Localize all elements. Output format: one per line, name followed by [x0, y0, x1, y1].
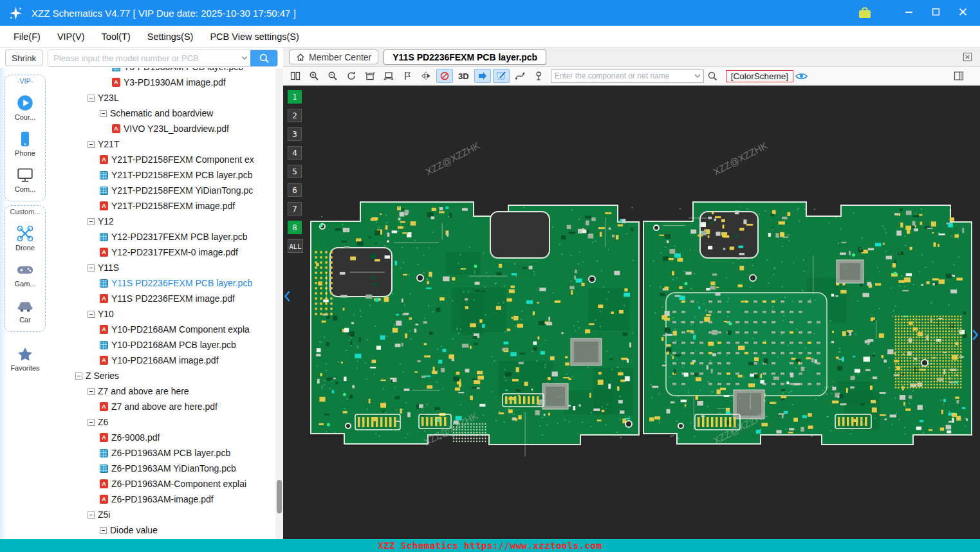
split-view-icon[interactable]: [287, 69, 304, 83]
jump-arrow-icon[interactable]: [474, 69, 491, 83]
net-search-icon[interactable]: [704, 69, 721, 83]
maximize-button[interactable]: [926, 7, 945, 19]
tree-item[interactable]: AZ6-PD1963AM-image.pdf: [50, 492, 283, 507]
close-button[interactable]: [953, 7, 972, 19]
node-icon[interactable]: [100, 110, 107, 117]
rail-item-favorites[interactable]: Favorites: [0, 346, 50, 372]
pcb-board-view[interactable]: XZZ@XZZHKXZZ@XZZHKXZZ@XZZHKXZZ@XZZHK: [283, 86, 980, 539]
layer-button-4[interactable]: 4: [288, 146, 302, 160]
tree-item[interactable]: Y12: [50, 214, 283, 229]
menu-vip-v-[interactable]: VIP(V): [49, 28, 93, 46]
pan-left-icon[interactable]: [284, 290, 291, 305]
tree-item[interactable]: Diode value: [50, 522, 283, 538]
layer-button-1[interactable]: 1: [288, 90, 302, 104]
tree-item[interactable]: AZ7 and above are here.pdf: [50, 399, 283, 414]
tree-scrollbar[interactable]: [275, 68, 283, 539]
export-box-top-icon[interactable]: [362, 69, 378, 83]
node-icon[interactable]: [88, 95, 95, 102]
node-icon[interactable]: [88, 141, 95, 148]
tree-item[interactable]: Y11S: [50, 260, 283, 275]
tree-item[interactable]: AY21T-PD2158FEXM Component ex: [50, 152, 283, 167]
tree-item[interactable]: Y3-PD1930AM PCB layer.pcb: [50, 68, 283, 75]
rail-item-gam[interactable]: Gam...: [6, 261, 44, 288]
tree-item[interactable]: AZ6-9008.pdf: [50, 430, 283, 445]
menu-file-f-[interactable]: File(F): [5, 28, 49, 46]
document-tab[interactable]: Y11S PD2236FEXM PCB layer.pcb: [384, 50, 546, 65]
colorscheme-button[interactable]: [ColorScheme]: [726, 70, 793, 82]
tree-item[interactable]: Y21T-PD2158FEXM YiDianTong.pc: [50, 183, 283, 198]
chevron-down-icon[interactable]: [692, 74, 703, 78]
tree-item[interactable]: Z5i: [50, 507, 283, 522]
zoom-in-icon[interactable]: [306, 69, 322, 83]
net-search-combo[interactable]: [551, 69, 704, 83]
tree-item[interactable]: AY3-PD1930AM image.pdf: [50, 75, 283, 90]
tree-item[interactable]: AY10-PD2168AM image.pdf: [50, 353, 283, 368]
tree-item[interactable]: Y10-PD2168AM PCB layer.pcb: [50, 337, 283, 353]
tree-item[interactable]: AY10-PD2168AM Component expla: [50, 322, 283, 337]
minimize-button[interactable]: [899, 7, 918, 19]
layer-button-2[interactable]: 2: [288, 109, 302, 122]
node-icon[interactable]: [88, 311, 95, 318]
tree-item[interactable]: Y21T: [50, 136, 283, 152]
tree-item[interactable]: Y10: [50, 306, 283, 322]
tree-item[interactable]: AVIVO Y23L_boardview.pdf: [50, 121, 283, 136]
tree-item[interactable]: Z6: [50, 414, 283, 430]
tree-item[interactable]: AY21T-PD2158FEXM image.pdf: [50, 198, 283, 214]
tree-item[interactable]: Y23L: [50, 90, 283, 106]
layer-button-6[interactable]: 6: [288, 183, 302, 197]
area-select-icon[interactable]: [493, 69, 510, 83]
vip-badge-icon[interactable]: [858, 6, 872, 19]
tree-item[interactable]: AZ6-PD1963AM-Component explai: [50, 476, 283, 492]
node-icon[interactable]: [88, 419, 95, 426]
rail-item-drone[interactable]: Drone: [6, 225, 44, 252]
member-center-button[interactable]: Member Center: [289, 50, 378, 64]
layer-button-7[interactable]: 7: [288, 202, 302, 216]
node-icon[interactable]: [100, 527, 107, 534]
tree-item[interactable]: Y12-PD2317FEXM PCB layer.pcb: [50, 229, 283, 244]
rail-item-car[interactable]: Car: [6, 297, 44, 324]
pcb-canvas[interactable]: XZZ@XZZHKXZZ@XZZHKXZZ@XZZHKXZZ@XZZHK 123…: [283, 86, 980, 539]
model-search-input[interactable]: [48, 53, 239, 63]
layer-button-all[interactable]: ALL: [288, 239, 303, 253]
node-icon[interactable]: [75, 373, 82, 380]
net-search-input[interactable]: [551, 71, 692, 80]
probe-icon[interactable]: [530, 69, 547, 83]
shrink-button[interactable]: Shrink: [5, 50, 42, 66]
tree-item[interactable]: Y11S PD2236FEXM PCB layer.pcb: [50, 275, 283, 291]
flip-horizontal-icon[interactable]: [418, 69, 434, 83]
chevron-down-icon[interactable]: [239, 56, 250, 60]
export-box-bottom-icon[interactable]: [380, 69, 397, 83]
tree-item[interactable]: Y21T-PD2158FEXM PCB layer.pcb: [50, 167, 283, 183]
tree-item[interactable]: AY11S PD2236FEXM image.pdf: [50, 291, 283, 306]
rail-item-com[interactable]: Com...: [6, 166, 44, 193]
layer-button-5[interactable]: 5: [288, 165, 302, 178]
node-icon[interactable]: [88, 388, 95, 395]
layer-button-8[interactable]: 8: [288, 221, 302, 234]
visibility-eye-icon[interactable]: [793, 69, 810, 83]
measure-curve-icon[interactable]: [512, 69, 528, 83]
tree-item[interactable]: Z7 and above are here: [50, 383, 283, 399]
rail-item-cour[interactable]: Cour...: [6, 94, 44, 121]
tree-item[interactable]: AY12-PD2317FEXM-0 image.pdf: [50, 244, 283, 260]
model-search-button[interactable]: [250, 50, 277, 67]
close-document-icon[interactable]: [963, 52, 972, 64]
view-3d-button[interactable]: 3D: [455, 69, 472, 83]
disable-part-icon[interactable]: [436, 69, 453, 83]
scrollbar-thumb[interactable]: [277, 480, 282, 513]
menu-settings-s-[interactable]: Settings(S): [139, 28, 202, 46]
zoom-out-icon[interactable]: [324, 69, 341, 83]
node-icon[interactable]: [88, 218, 95, 225]
rotate-view-icon[interactable]: [343, 69, 360, 83]
layer-button-3[interactable]: 3: [288, 127, 302, 141]
pin-flag-icon[interactable]: [399, 69, 416, 83]
tree-item[interactable]: Z6-PD1963AM YiDianTong.pcb: [50, 461, 283, 476]
rail-item-phone[interactable]: Phone: [6, 130, 44, 157]
tree-item[interactable]: Z6-PD1963AM PCB layer.pcb: [50, 445, 283, 461]
node-icon[interactable]: [88, 511, 95, 519]
tree-item[interactable]: Schematic and boardview: [50, 106, 283, 121]
tree-item[interactable]: Z Series: [50, 368, 283, 383]
layers-panel-icon[interactable]: [950, 69, 967, 83]
node-icon[interactable]: [88, 264, 95, 271]
menu-tool-t-[interactable]: Tool(T): [93, 28, 139, 46]
pan-right-icon[interactable]: [972, 329, 979, 344]
